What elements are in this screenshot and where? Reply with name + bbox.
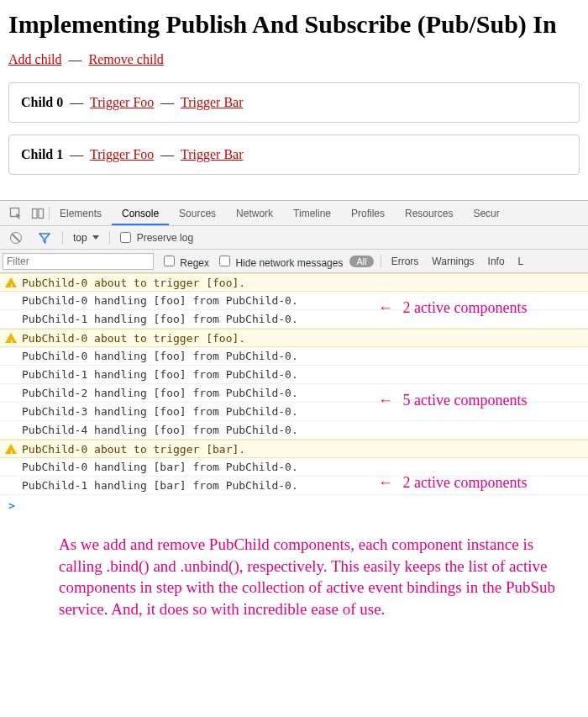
- tab-security[interactable]: Secur: [463, 202, 509, 225]
- hide-network-label: Hide network messages: [235, 257, 343, 269]
- arrow-left-icon: ←: [378, 298, 392, 317]
- divider: [381, 255, 381, 268]
- separator: —: [160, 95, 174, 109]
- trigger-foo-link[interactable]: Trigger Foo: [90, 95, 154, 109]
- annotation-text: 2 active components: [403, 474, 528, 491]
- clear-console-icon[interactable]: [5, 226, 27, 250]
- child-label: Child 0: [21, 95, 63, 109]
- arrow-left-icon: ←: [378, 391, 392, 409]
- hide-network-checkbox[interactable]: [219, 256, 230, 266]
- filter-icon[interactable]: [34, 226, 55, 250]
- separator: —: [70, 95, 83, 109]
- tab-network[interactable]: Network: [226, 202, 283, 225]
- divider: [109, 231, 110, 245]
- console-log-row: PubChild-1 handling [foo] from PubChild-…: [0, 366, 588, 384]
- chevron-down-icon: [92, 235, 99, 240]
- annotation-2: ← 5 active components: [378, 391, 527, 409]
- preserve-log-checkbox[interactable]: [120, 232, 131, 243]
- child-box-0: Child 0 — Trigger Foo — Trigger Bar: [8, 82, 580, 123]
- separator: —: [70, 147, 83, 161]
- regex-toggle[interactable]: Regex: [160, 253, 209, 269]
- svg-rect-2: [39, 208, 44, 218]
- dock-icon[interactable]: [27, 202, 49, 225]
- annotation-3: ← 2 active components: [378, 473, 527, 492]
- level-logs[interactable]: L: [515, 256, 528, 267]
- trigger-bar-link[interactable]: Trigger Bar: [181, 147, 244, 161]
- console-prompt[interactable]: >: [0, 495, 588, 522]
- add-child-link[interactable]: Add child: [8, 52, 62, 66]
- tab-console[interactable]: Console: [112, 202, 169, 225]
- trigger-bar-link[interactable]: Trigger Bar: [181, 95, 244, 109]
- child-controls: Add child — Remove child: [8, 52, 580, 67]
- regex-label: Regex: [180, 257, 209, 269]
- tab-sources[interactable]: Sources: [169, 202, 226, 225]
- level-info[interactable]: Info: [485, 256, 508, 267]
- annotation-1: ← 2 active components: [378, 298, 527, 317]
- context-selector[interactable]: top: [70, 232, 102, 244]
- console-warning-row: PubChild-0 about to trigger [bar].: [0, 440, 588, 458]
- devtools-tabbar: Elements Console Sources Network Timelin…: [0, 201, 588, 226]
- separator: —: [160, 147, 174, 161]
- child-label: Child 1: [21, 147, 63, 161]
- console-warning-row: PubChild-0 about to trigger [foo].: [0, 273, 588, 292]
- console-warning-row: PubChild-0 about to trigger [foo].: [0, 329, 588, 347]
- child-box-1: Child 1 — Trigger Foo — Trigger Bar: [8, 134, 580, 175]
- annotation-text: 2 active components: [403, 299, 528, 316]
- devtools-panel: Elements Console Sources Network Timelin…: [0, 200, 588, 629]
- separator: —: [69, 52, 82, 66]
- tab-resources[interactable]: Resources: [395, 202, 463, 225]
- preserve-log-label: Preserve log: [137, 232, 193, 244]
- remove-child-link[interactable]: Remove child: [89, 52, 164, 66]
- trigger-foo-link[interactable]: Trigger Foo: [90, 147, 154, 161]
- annotation-paragraph: As we add and remove PubChild components…: [0, 522, 588, 629]
- tab-timeline[interactable]: Timeline: [283, 202, 341, 225]
- inspect-icon[interactable]: [5, 202, 27, 225]
- level-warnings[interactable]: Warnings: [428, 256, 477, 267]
- annotation-text: 5 active components: [403, 392, 528, 409]
- level-errors[interactable]: Errors: [388, 256, 423, 267]
- divider: [62, 231, 63, 245]
- hide-network-toggle[interactable]: Hide network messages: [216, 253, 343, 269]
- level-all-pill[interactable]: All: [349, 256, 373, 267]
- regex-checkbox[interactable]: [164, 256, 175, 266]
- preserve-log-toggle[interactable]: Preserve log: [117, 229, 193, 245]
- context-label: top: [73, 232, 87, 244]
- console-output: PubChild-0 about to trigger [foo].PubChi…: [0, 273, 588, 522]
- svg-rect-1: [33, 208, 38, 218]
- console-toolbar: top Preserve log: [0, 226, 588, 250]
- page-title: Implementing Publish And Subscribe (Pub/…: [8, 10, 580, 39]
- console-filterbar: Regex Hide network messages All Errors W…: [0, 250, 588, 273]
- tab-elements[interactable]: Elements: [50, 202, 112, 225]
- console-log-row: PubChild-4 handling [foo] from PubChild-…: [0, 421, 588, 440]
- filter-input[interactable]: [3, 253, 154, 270]
- arrow-left-icon: ←: [378, 473, 392, 492]
- console-log-row: PubChild-0 handling [foo] from PubChild-…: [0, 347, 588, 366]
- tab-profiles[interactable]: Profiles: [341, 202, 395, 225]
